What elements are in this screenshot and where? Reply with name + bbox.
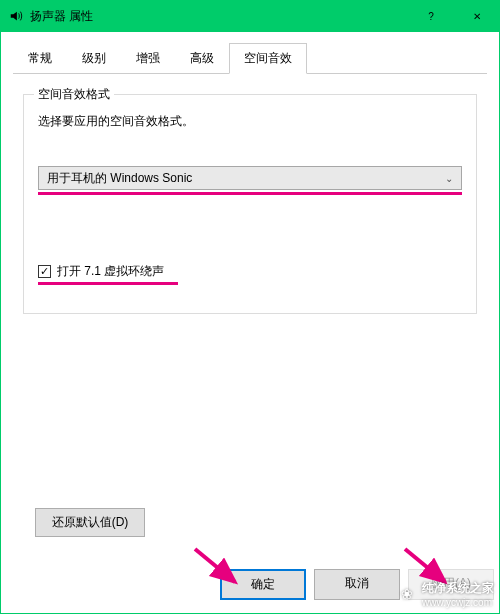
tab-label: 常规	[28, 51, 52, 65]
speaker-icon	[8, 8, 24, 24]
tab-spatial-sound[interactable]: 空间音效	[229, 43, 307, 74]
button-label: 取消	[345, 576, 369, 590]
tab-general[interactable]: 常规	[13, 43, 67, 74]
tab-enhancements[interactable]: 增强	[121, 43, 175, 74]
window-title: 扬声器 属性	[30, 8, 408, 25]
dropdown-value: 用于耳机的 Windows Sonic	[47, 170, 192, 187]
spatial-format-dropdown[interactable]: 用于耳机的 Windows Sonic ⌄	[38, 166, 462, 190]
cancel-button[interactable]: 取消	[314, 569, 400, 600]
ok-button[interactable]: 确定	[220, 569, 306, 600]
virtual-surround-checkbox[interactable]: ✓ 打开 7.1 虚拟环绕声	[38, 263, 462, 280]
tab-levels[interactable]: 级别	[67, 43, 121, 74]
group-description: 选择要应用的空间音效格式。	[38, 113, 462, 130]
tab-label: 级别	[82, 51, 106, 65]
checkbox-box: ✓	[38, 265, 51, 278]
tab-strip: 常规 级别 增强 高级 空间音效	[13, 42, 487, 74]
watermark-url: www.ycwjz.com	[422, 597, 494, 608]
window-body: 常规 级别 增强 高级 空间音效 空间音效格式 选择要应用的空间音效格式。 用于…	[0, 32, 500, 614]
checkbox-label: 打开 7.1 虚拟环绕声	[57, 263, 164, 280]
help-button[interactable]: ?	[408, 0, 454, 32]
group-legend: 空间音效格式	[34, 86, 114, 103]
watermark: ❀ 纯净系统之家 www.ycwjz.com	[396, 580, 494, 608]
button-label: 还原默认值(D)	[52, 515, 129, 529]
highlight-underline	[38, 192, 462, 195]
restore-defaults-button[interactable]: 还原默认值(D)	[35, 508, 145, 537]
spatial-format-group: 空间音效格式 选择要应用的空间音效格式。 用于耳机的 Windows Sonic…	[23, 94, 477, 314]
title-bar: 扬声器 属性 ? ✕	[0, 0, 500, 32]
tab-label: 空间音效	[244, 51, 292, 65]
highlight-underline	[38, 282, 178, 285]
tab-advanced[interactable]: 高级	[175, 43, 229, 74]
chevron-down-icon: ⌄	[445, 173, 453, 184]
watermark-logo-icon: ❀	[396, 583, 418, 605]
close-button[interactable]: ✕	[454, 0, 500, 32]
watermark-title: 纯净系统之家	[422, 580, 494, 597]
tab-label: 增强	[136, 51, 160, 65]
tab-label: 高级	[190, 51, 214, 65]
tab-content: 空间音效格式 选择要应用的空间音效格式。 用于耳机的 Windows Sonic…	[13, 74, 487, 601]
button-label: 确定	[251, 577, 275, 591]
